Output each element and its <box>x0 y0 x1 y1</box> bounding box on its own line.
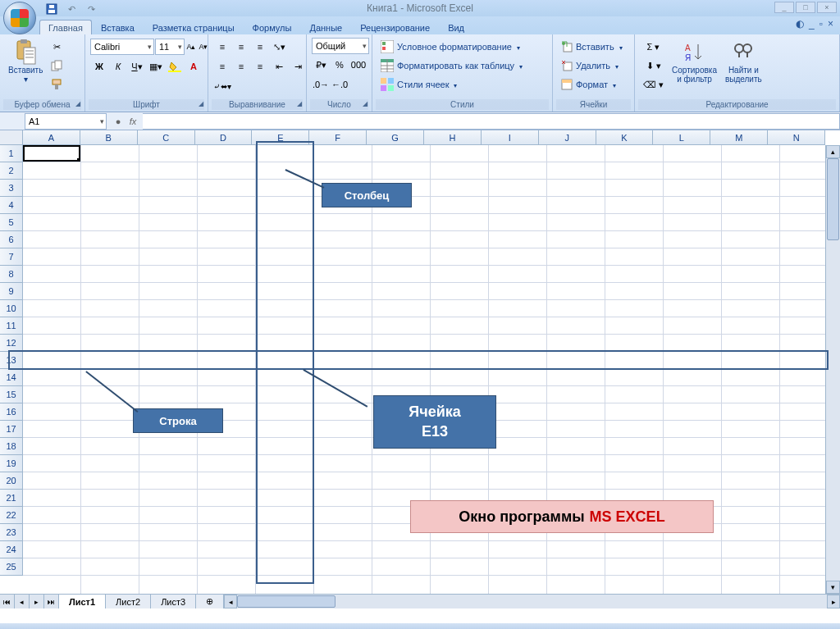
font-size-combo[interactable]: 11 <box>155 39 185 55</box>
select-all-corner[interactable] <box>0 130 23 145</box>
inc-decimal-icon[interactable]: .0→ <box>312 75 330 93</box>
tab-review[interactable]: Рецензирование <box>351 20 439 34</box>
clipboard-launcher[interactable]: ◢ <box>75 100 80 107</box>
align-center-icon[interactable]: ≡ <box>232 57 250 75</box>
row-header[interactable]: 25 <box>0 558 23 576</box>
tab-page-layout[interactable]: Разметка страницы <box>144 20 244 34</box>
scroll-right-icon[interactable]: ▸ <box>827 595 840 608</box>
column-header[interactable]: M <box>710 130 768 145</box>
column-header[interactable]: K <box>596 130 654 145</box>
row-header[interactable]: 10 <box>0 300 23 317</box>
tab-home[interactable]: Главная <box>39 20 92 34</box>
new-sheet-button[interactable]: ⊕ <box>196 595 224 608</box>
autosum-icon[interactable]: Σ ▾ <box>640 38 667 56</box>
shrink-font-icon[interactable]: A▾ <box>198 38 209 56</box>
align-right-icon[interactable]: ≡ <box>251 57 269 75</box>
row-header[interactable]: 18 <box>0 438 23 455</box>
row-header[interactable]: 21 <box>0 490 23 507</box>
copy-icon[interactable] <box>48 57 66 75</box>
row-header[interactable]: 7 <box>0 248 23 266</box>
fill-icon[interactable]: ⬇ ▾ <box>640 57 667 75</box>
sheet-next-icon[interactable]: ▸ <box>30 595 44 608</box>
row-header[interactable]: 5 <box>0 214 23 231</box>
ribbon-close-icon[interactable]: × <box>828 18 833 30</box>
orientation-icon[interactable]: ⤡▾ <box>270 38 288 56</box>
indent-dec-icon[interactable]: ⇤ <box>270 57 288 75</box>
number-format-combo[interactable]: Общий <box>312 38 369 54</box>
sheet-prev-icon[interactable]: ◂ <box>15 595 30 608</box>
tab-insert[interactable]: Вставка <box>92 20 144 34</box>
font-color-icon[interactable]: A <box>185 57 203 75</box>
column-header[interactable]: F <box>309 130 367 145</box>
help-icon[interactable]: ◐ <box>796 18 804 30</box>
row-header[interactable]: 17 <box>0 421 23 438</box>
comma-icon[interactable]: 000 <box>349 56 368 74</box>
column-header[interactable]: D <box>195 130 253 145</box>
row-header[interactable]: 19 <box>0 455 23 472</box>
row-header[interactable]: 1 <box>0 145 23 162</box>
font-name-combo[interactable]: Calibri <box>90 39 154 55</box>
tab-data[interactable]: Данные <box>300 20 351 34</box>
indent-inc-icon[interactable]: ⇥ <box>289 57 307 75</box>
sheet-last-icon[interactable]: ⏭ <box>44 595 59 608</box>
cut-icon[interactable]: ✂ <box>48 38 66 56</box>
hscroll-thumb[interactable] <box>237 595 336 608</box>
alignment-launcher[interactable]: ◢ <box>297 100 302 107</box>
column-header[interactable]: N <box>768 130 825 145</box>
row-header[interactable]: 9 <box>0 283 23 300</box>
align-bottom-icon[interactable]: ≡ <box>251 38 269 56</box>
format-cells-button[interactable]: Формат <box>558 75 626 93</box>
bold-button[interactable]: Ж <box>90 57 108 75</box>
horizontal-scrollbar[interactable]: ◂ ▸ <box>224 594 840 608</box>
sheet-tab[interactable]: Лист1 <box>59 595 106 608</box>
format-as-table-button[interactable]: Форматировать как таблицу <box>377 57 526 75</box>
font-launcher[interactable]: ◢ <box>199 100 203 107</box>
redo-icon[interactable]: ↷ <box>82 0 100 18</box>
row-header[interactable]: 20 <box>0 472 23 490</box>
ribbon-restore-icon[interactable]: ▫ <box>819 18 823 30</box>
underline-button[interactable]: Ч▾ <box>128 57 146 75</box>
column-header[interactable]: G <box>367 130 424 145</box>
fill-color-icon[interactable] <box>166 57 184 75</box>
vscroll-thumb[interactable] <box>827 158 839 240</box>
row-header[interactable]: 22 <box>0 507 23 524</box>
grow-font-icon[interactable]: A▴ <box>185 38 197 56</box>
clear-icon[interactable]: ⌫ ▾ <box>640 75 667 93</box>
sheet-first-icon[interactable]: ⏮ <box>0 595 15 608</box>
office-button[interactable] <box>3 2 36 34</box>
number-launcher[interactable]: ◢ <box>363 100 368 107</box>
cell-styles-button[interactable]: Стили ячеек <box>377 75 526 93</box>
column-header[interactable]: J <box>539 130 596 145</box>
align-top-icon[interactable]: ≡ <box>213 38 231 56</box>
dec-decimal-icon[interactable]: ←.0 <box>331 75 349 93</box>
scroll-left-icon[interactable]: ◂ <box>224 595 237 608</box>
column-header[interactable]: H <box>424 130 482 145</box>
find-select-button[interactable]: Найти и выделить <box>722 38 765 85</box>
row-header[interactable]: 12 <box>0 335 23 352</box>
paste-button[interactable]: Вставить ▾ <box>5 38 46 85</box>
row-header[interactable]: 14 <box>0 369 23 386</box>
minimize-button[interactable]: _ <box>774 2 794 13</box>
fx-cancel-icon[interactable]: ● <box>112 116 125 126</box>
column-header[interactable]: C <box>138 130 195 145</box>
name-box[interactable]: A1 <box>25 113 107 130</box>
maximize-button[interactable]: □ <box>796 2 815 13</box>
scroll-up-icon[interactable]: ▴ <box>826 145 840 158</box>
row-header[interactable]: 16 <box>0 403 23 421</box>
sheet-tab[interactable]: Лист2 <box>106 595 151 608</box>
save-icon[interactable] <box>43 0 61 18</box>
format-painter-icon[interactable] <box>48 75 66 93</box>
row-header[interactable]: 15 <box>0 386 23 403</box>
column-header[interactable]: A <box>23 130 80 145</box>
close-button[interactable]: × <box>817 2 837 13</box>
tab-formulas[interactable]: Формулы <box>244 20 301 34</box>
align-left-icon[interactable]: ≡ <box>213 57 231 75</box>
italic-button[interactable]: К <box>109 57 127 75</box>
fx-icon[interactable]: fx <box>126 116 139 126</box>
ribbon-min-icon[interactable]: _ <box>809 18 815 30</box>
column-header[interactable]: I <box>482 130 539 145</box>
tab-view[interactable]: Вид <box>439 20 473 34</box>
merge-icon[interactable]: ⬌▾ <box>221 77 231 95</box>
row-header[interactable]: 6 <box>0 231 23 248</box>
delete-cells-button[interactable]: Удалить <box>558 57 626 75</box>
